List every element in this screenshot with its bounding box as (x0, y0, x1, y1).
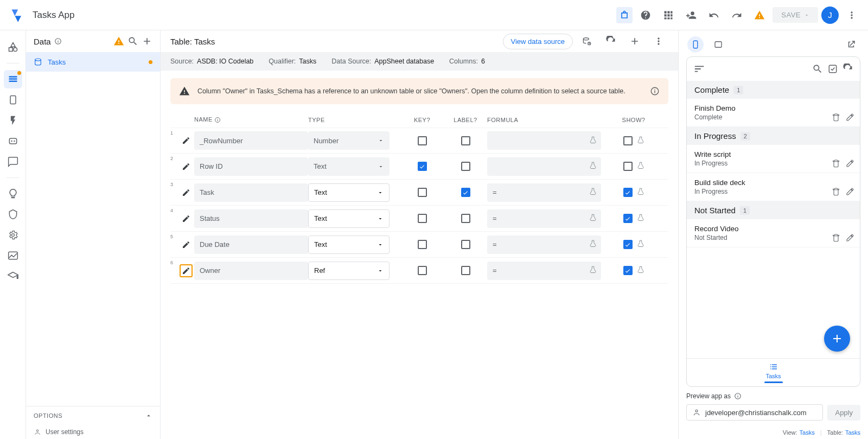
grid-icon[interactable] (659, 5, 678, 25)
key-checkbox[interactable] (418, 240, 427, 249)
view-data-source-button[interactable]: View data source (503, 34, 573, 49)
edit-icon[interactable] (846, 113, 854, 123)
info-icon[interactable] (734, 392, 742, 400)
content-more-icon[interactable] (649, 31, 668, 51)
add-table-icon[interactable] (142, 36, 152, 47)
label-checkbox[interactable] (461, 162, 470, 171)
key-checkbox[interactable] (418, 136, 427, 145)
edit-icon[interactable] (846, 233, 854, 244)
group-header[interactable]: Not Started1 (687, 201, 860, 219)
edit-column-button[interactable] (180, 186, 193, 199)
edit-column-button[interactable] (180, 238, 193, 251)
edit-column-button[interactable] (180, 264, 193, 277)
formula-input[interactable]: = (487, 209, 601, 228)
label-checkbox[interactable] (461, 136, 470, 145)
select-all-icon[interactable] (827, 63, 838, 74)
sidebar-item-tasks[interactable]: Tasks (26, 52, 160, 72)
avatar[interactable]: J (821, 7, 839, 24)
show-checkbox[interactable] (623, 188, 633, 197)
device-phone-button[interactable] (687, 36, 704, 53)
more-icon[interactable] (842, 5, 861, 25)
key-checkbox[interactable] (418, 162, 427, 171)
phone-search-icon[interactable] (812, 63, 823, 74)
nav-data[interactable] (4, 70, 22, 88)
formula-input[interactable]: = (487, 262, 601, 280)
refresh-icon[interactable] (601, 31, 621, 51)
label-checkbox[interactable] (461, 240, 470, 249)
device-tablet-button[interactable] (710, 36, 726, 53)
nav-manage[interactable] (4, 246, 22, 265)
column-type-select[interactable]: Number (308, 131, 390, 150)
nav-views[interactable] (4, 91, 22, 109)
column-type-select[interactable]: Text (308, 236, 390, 254)
share-app-icon[interactable] (616, 7, 633, 23)
delete-icon[interactable] (832, 233, 840, 244)
user-settings-row[interactable]: User settings (26, 425, 160, 439)
column-name-input[interactable]: Task (194, 183, 308, 202)
options-toggle[interactable]: OPTIONS (26, 406, 160, 425)
nav-intelligence[interactable] (4, 184, 22, 203)
save-button[interactable]: SAVE (773, 7, 818, 23)
fab-add-button[interactable] (824, 326, 850, 352)
group-header[interactable]: Complete1 (687, 81, 860, 99)
nav-chat[interactable] (4, 152, 22, 171)
show-checkbox[interactable] (623, 162, 633, 171)
undo-icon[interactable] (704, 5, 724, 25)
column-name-input[interactable]: Status (194, 209, 308, 228)
delete-icon[interactable] (832, 187, 840, 198)
task-item[interactable]: Write scriptIn Progress (687, 145, 860, 173)
warning-icon[interactable] (750, 5, 769, 25)
formula-input[interactable] (487, 131, 601, 150)
task-item[interactable]: Build slide deckIn Progress (687, 173, 860, 201)
regenerate-icon[interactable] (577, 31, 597, 51)
open-external-icon[interactable] (843, 36, 859, 53)
help-icon[interactable] (636, 5, 655, 25)
label-checkbox[interactable] (461, 188, 470, 197)
label-checkbox[interactable] (461, 214, 470, 223)
redo-icon[interactable] (727, 5, 746, 25)
column-type-select[interactable]: Text (308, 183, 390, 202)
column-type-select[interactable]: Ref (308, 262, 390, 280)
info-icon[interactable] (54, 37, 62, 45)
show-checkbox[interactable] (623, 266, 633, 275)
key-checkbox[interactable] (418, 214, 427, 223)
edit-column-button[interactable] (180, 160, 193, 173)
show-checkbox[interactable] (623, 214, 633, 223)
edit-icon[interactable] (846, 187, 854, 198)
show-checkbox[interactable] (623, 136, 633, 145)
show-checkbox[interactable] (623, 240, 633, 249)
column-name-input[interactable]: Row ID (194, 157, 308, 176)
search-icon[interactable] (127, 36, 138, 47)
column-name-input[interactable]: Due Date (194, 236, 308, 254)
preview-view-link[interactable]: Tasks (800, 429, 815, 436)
label-checkbox[interactable] (461, 266, 470, 275)
nav-app[interactable] (4, 38, 22, 56)
phone-refresh-icon[interactable] (843, 63, 853, 74)
preview-table-link[interactable]: Tasks (845, 429, 860, 436)
task-item[interactable]: Finish DemoComplete (687, 99, 860, 127)
info-icon[interactable] (214, 117, 221, 123)
key-checkbox[interactable] (418, 188, 427, 197)
delete-icon[interactable] (832, 159, 840, 169)
key-checkbox[interactable] (418, 266, 427, 275)
column-name-input[interactable]: Owner (194, 262, 308, 280)
group-header[interactable]: In Progress2 (687, 127, 860, 145)
nav-settings[interactable] (4, 226, 22, 244)
preview-email-input[interactable]: jdeveloper@christianschalk.com (686, 404, 823, 421)
task-item[interactable]: Record VideoNot Started (687, 219, 860, 247)
edit-column-button[interactable] (180, 134, 193, 147)
phone-bottom-nav[interactable]: Tasks (687, 358, 860, 386)
add-column-icon[interactable] (625, 31, 644, 51)
apply-button[interactable]: Apply (827, 405, 860, 421)
formula-input[interactable]: = (487, 183, 601, 202)
add-user-icon[interactable] (681, 5, 701, 25)
delete-icon[interactable] (832, 113, 840, 123)
edit-icon[interactable] (846, 159, 854, 169)
nav-actions[interactable] (4, 111, 22, 130)
sort-icon[interactable] (693, 63, 705, 75)
nav-bot[interactable] (4, 132, 22, 150)
nav-security[interactable] (4, 205, 22, 224)
edit-column-button[interactable] (180, 212, 193, 225)
column-name-input[interactable]: _RowNumber (194, 131, 308, 150)
nav-learn[interactable] (4, 267, 22, 285)
